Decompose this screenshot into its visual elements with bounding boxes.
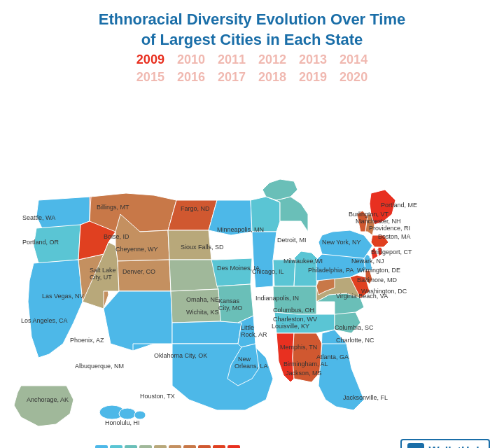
swatch-2: [110, 445, 122, 448]
swatch-3: [125, 445, 137, 448]
year-2012[interactable]: 2012: [258, 52, 286, 67]
wallethub-icon: W: [407, 443, 424, 448]
svg-marker-1: [34, 225, 80, 263]
svg-point-52: [134, 411, 146, 419]
svg-marker-25: [273, 260, 295, 286]
year-2017[interactable]: 2017: [218, 70, 246, 85]
svg-marker-13: [169, 260, 218, 291]
svg-marker-30: [293, 333, 322, 382]
svg-marker-26: [294, 251, 318, 286]
svg-marker-28: [274, 312, 335, 333]
swatch-9: [213, 445, 225, 448]
svg-marker-27: [273, 286, 316, 314]
svg-marker-14: [171, 289, 220, 323]
svg-text:Houston, TX: Houston, TX: [140, 393, 175, 400]
title-line1: Ethnoracial Diversity Evolution Over Tim…: [99, 10, 406, 28]
swatch-10: [227, 445, 240, 448]
legend-left: Most Diversified Least Diversified: [21, 445, 317, 448]
svg-marker-44: [371, 235, 388, 247]
swatch-1: [95, 445, 108, 448]
legend-area: Most Diversified Least Diversified W Wal…: [0, 435, 504, 448]
swatch-8: [198, 445, 211, 448]
year-2009[interactable]: 2009: [136, 52, 164, 67]
swatch-4: [139, 445, 152, 448]
map-svg: Seattle, WA Portland, OR Los Angeles, CA…: [0, 92, 504, 435]
year-row2: 2015 2016 2017 2018 2019 2020: [14, 70, 490, 85]
wallethub-text: WalletHub: [428, 445, 483, 448]
svg-marker-2: [28, 260, 83, 358]
svg-marker-41: [318, 230, 372, 258]
year-2013[interactable]: 2013: [299, 52, 327, 67]
swatch-6: [169, 445, 181, 448]
svg-marker-22: [251, 197, 280, 232]
svg-point-51: [119, 408, 136, 419]
year-2018[interactable]: 2018: [258, 70, 286, 85]
svg-marker-18: [211, 258, 252, 286]
svg-marker-49: [14, 386, 74, 426]
svg-marker-42: [371, 247, 378, 260]
svg-marker-15: [172, 321, 241, 344]
svg-text:Providence, RI: Providence, RI: [369, 225, 410, 232]
legend-gradient: [95, 445, 240, 448]
year-2015[interactable]: 2015: [136, 70, 164, 85]
svg-marker-29: [276, 333, 294, 382]
year-2019[interactable]: 2019: [299, 70, 327, 85]
title-area: Ethnoracial Diversity Evolution Over Tim…: [0, 0, 504, 90]
svg-marker-24: [276, 197, 308, 232]
svg-marker-43: [378, 247, 382, 256]
svg-marker-47: [370, 190, 396, 225]
year-row1: 2009 2010 2011 2012 2013 2014: [14, 52, 490, 67]
svg-text:Albuquerque, NM: Albuquerque, NM: [75, 363, 124, 370]
year-2011[interactable]: 2011: [218, 52, 246, 67]
svg-text:Detroit, MI: Detroit, MI: [277, 237, 307, 244]
title-line2: of Largest Cities in Each State: [141, 31, 363, 48]
svg-text:Honolulu, HI: Honolulu, HI: [105, 419, 140, 426]
year-2010[interactable]: 2010: [177, 52, 205, 67]
svg-marker-12: [168, 230, 211, 260]
svg-marker-48: [262, 179, 298, 200]
svg-text:Phoenix, AZ: Phoenix, AZ: [70, 337, 104, 344]
year-2016[interactable]: 2016: [177, 70, 205, 85]
svg-marker-16: [172, 344, 273, 410]
wallethub-logo[interactable]: W WalletHub: [400, 439, 490, 448]
page-container: Ethnoracial Diversity Evolution Over Tim…: [0, 0, 504, 448]
map-area: Seattle, WA Portland, OR Los Angeles, CA…: [0, 92, 504, 435]
year-2014[interactable]: 2014: [340, 52, 368, 67]
year-2020[interactable]: 2020: [340, 70, 368, 85]
svg-marker-19: [217, 284, 253, 323]
svg-marker-8: [118, 260, 171, 291]
svg-marker-32: [318, 344, 364, 410]
swatch-7: [183, 445, 196, 448]
svg-marker-10: [104, 291, 172, 351]
main-title: Ethnoracial Diversity Evolution Over Tim…: [14, 10, 490, 50]
swatch-5: [154, 445, 167, 448]
